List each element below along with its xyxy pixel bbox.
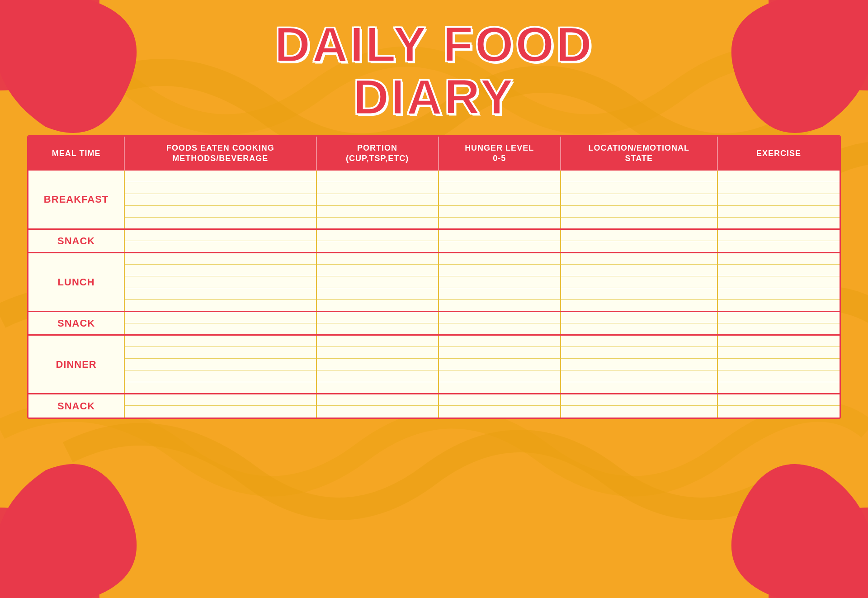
data-cell[interactable] bbox=[717, 323, 840, 335]
data-cell[interactable] bbox=[561, 359, 717, 370]
data-cell[interactable] bbox=[561, 229, 717, 241]
data-cell[interactable] bbox=[561, 300, 717, 312]
data-cell[interactable] bbox=[439, 265, 561, 276]
data-cell[interactable] bbox=[439, 359, 561, 370]
data-cell[interactable] bbox=[439, 194, 561, 206]
data-cell[interactable] bbox=[124, 206, 316, 218]
data-cell[interactable] bbox=[717, 288, 840, 300]
data-cell[interactable] bbox=[561, 253, 717, 265]
data-cell[interactable] bbox=[717, 194, 840, 206]
data-cell[interactable] bbox=[561, 206, 717, 218]
data-cell[interactable] bbox=[439, 300, 561, 312]
data-cell[interactable] bbox=[439, 288, 561, 300]
data-cell[interactable] bbox=[316, 194, 439, 206]
data-cell[interactable] bbox=[439, 276, 561, 288]
data-cell[interactable] bbox=[561, 323, 717, 335]
data-cell[interactable] bbox=[124, 370, 316, 382]
data-cell[interactable] bbox=[316, 382, 439, 394]
data-cell[interactable] bbox=[124, 218, 316, 229]
data-cell[interactable] bbox=[561, 182, 717, 194]
data-cell[interactable] bbox=[717, 347, 840, 359]
data-cell[interactable] bbox=[439, 206, 561, 218]
data-cell[interactable] bbox=[124, 323, 316, 335]
data-cell[interactable] bbox=[124, 394, 316, 406]
data-cell[interactable] bbox=[717, 241, 840, 253]
data-cell[interactable] bbox=[316, 335, 439, 347]
data-cell[interactable] bbox=[439, 171, 561, 182]
data-cell[interactable] bbox=[717, 312, 840, 323]
data-cell[interactable] bbox=[561, 370, 717, 382]
data-cell[interactable] bbox=[561, 265, 717, 276]
data-cell[interactable] bbox=[561, 347, 717, 359]
data-cell[interactable] bbox=[717, 229, 840, 241]
data-cell[interactable] bbox=[439, 323, 561, 335]
data-cell[interactable] bbox=[717, 382, 840, 394]
data-cell[interactable] bbox=[124, 347, 316, 359]
data-cell[interactable] bbox=[124, 241, 316, 253]
data-cell[interactable] bbox=[124, 312, 316, 323]
data-cell[interactable] bbox=[439, 382, 561, 394]
data-cell[interactable] bbox=[439, 406, 561, 418]
data-cell[interactable] bbox=[439, 241, 561, 253]
data-cell[interactable] bbox=[561, 194, 717, 206]
data-cell[interactable] bbox=[316, 312, 439, 323]
data-cell[interactable] bbox=[439, 347, 561, 359]
data-cell[interactable] bbox=[439, 218, 561, 229]
data-cell[interactable] bbox=[439, 182, 561, 194]
data-cell[interactable] bbox=[561, 241, 717, 253]
data-cell[interactable] bbox=[439, 370, 561, 382]
data-cell[interactable] bbox=[561, 288, 717, 300]
data-cell[interactable] bbox=[717, 171, 840, 182]
data-cell[interactable] bbox=[124, 253, 316, 265]
data-cell[interactable] bbox=[561, 406, 717, 418]
data-cell[interactable] bbox=[316, 241, 439, 253]
data-cell[interactable] bbox=[439, 312, 561, 323]
data-cell[interactable] bbox=[124, 194, 316, 206]
data-cell[interactable] bbox=[316, 229, 439, 241]
data-cell[interactable] bbox=[717, 206, 840, 218]
data-cell[interactable] bbox=[717, 406, 840, 418]
data-cell[interactable] bbox=[124, 265, 316, 276]
data-cell[interactable] bbox=[124, 335, 316, 347]
data-cell[interactable] bbox=[124, 182, 316, 194]
data-cell[interactable] bbox=[439, 253, 561, 265]
data-cell[interactable] bbox=[124, 288, 316, 300]
data-cell[interactable] bbox=[316, 218, 439, 229]
data-cell[interactable] bbox=[717, 300, 840, 312]
data-cell[interactable] bbox=[561, 394, 717, 406]
data-cell[interactable] bbox=[124, 171, 316, 182]
data-cell[interactable] bbox=[561, 382, 717, 394]
data-cell[interactable] bbox=[561, 171, 717, 182]
data-cell[interactable] bbox=[124, 382, 316, 394]
data-cell[interactable] bbox=[717, 359, 840, 370]
data-cell[interactable] bbox=[124, 359, 316, 370]
data-cell[interactable] bbox=[316, 394, 439, 406]
data-cell[interactable] bbox=[561, 335, 717, 347]
data-cell[interactable] bbox=[717, 370, 840, 382]
data-cell[interactable] bbox=[561, 312, 717, 323]
data-cell[interactable] bbox=[316, 359, 439, 370]
data-cell[interactable] bbox=[316, 370, 439, 382]
data-cell[interactable] bbox=[717, 276, 840, 288]
data-cell[interactable] bbox=[124, 229, 316, 241]
data-cell[interactable] bbox=[717, 182, 840, 194]
data-cell[interactable] bbox=[439, 335, 561, 347]
data-cell[interactable] bbox=[439, 394, 561, 406]
data-cell[interactable] bbox=[124, 300, 316, 312]
data-cell[interactable] bbox=[717, 265, 840, 276]
data-cell[interactable] bbox=[561, 276, 717, 288]
data-cell[interactable] bbox=[316, 288, 439, 300]
data-cell[interactable] bbox=[561, 218, 717, 229]
data-cell[interactable] bbox=[316, 276, 439, 288]
data-cell[interactable] bbox=[316, 323, 439, 335]
data-cell[interactable] bbox=[316, 253, 439, 265]
data-cell[interactable] bbox=[717, 218, 840, 229]
data-cell[interactable] bbox=[316, 300, 439, 312]
data-cell[interactable] bbox=[124, 276, 316, 288]
data-cell[interactable] bbox=[316, 171, 439, 182]
data-cell[interactable] bbox=[316, 206, 439, 218]
data-cell[interactable] bbox=[316, 347, 439, 359]
data-cell[interactable] bbox=[316, 265, 439, 276]
data-cell[interactable] bbox=[717, 335, 840, 347]
data-cell[interactable] bbox=[717, 253, 840, 265]
